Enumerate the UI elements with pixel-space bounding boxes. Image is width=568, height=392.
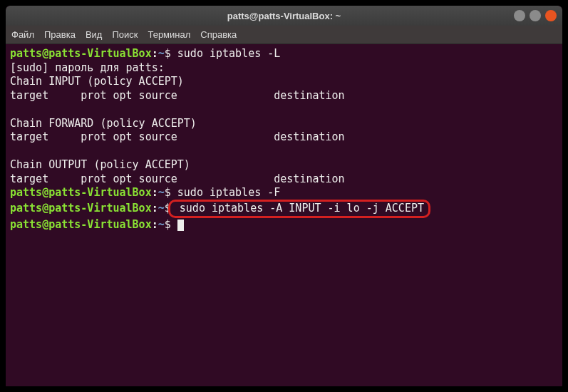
terminal-output: Chain OUTPUT (policy ACCEPT) <box>10 158 558 172</box>
command-text: sudo iptables -F <box>171 186 281 199</box>
maximize-button[interactable] <box>530 10 541 21</box>
prompt-path: ~ <box>158 47 165 60</box>
menubar: Файл Правка Вид Поиск Терминал Справка <box>6 26 562 44</box>
titlebar: patts@patts-VirtualBox: ~ <box>6 6 562 26</box>
prompt-userhost: patts@patts-VirtualBox <box>10 186 152 199</box>
prompt-path: ~ <box>158 186 165 199</box>
terminal-output: [sudo] пароль для patts: <box>10 61 558 76</box>
menu-help[interactable]: Справка <box>200 29 237 40</box>
menu-edit[interactable]: Правка <box>44 29 76 40</box>
prompt-path: ~ <box>158 202 165 215</box>
command-text: sudo iptables -L <box>171 47 281 60</box>
terminal-body[interactable]: patts@patts-VirtualBox:~$ sudo iptables … <box>6 44 562 386</box>
terminal-output <box>10 145 558 159</box>
menu-view[interactable]: Вид <box>86 29 103 40</box>
window-title: patts@patts-VirtualBox: ~ <box>227 11 341 21</box>
minimize-button[interactable] <box>514 10 525 21</box>
close-button[interactable] <box>545 10 557 21</box>
highlighted-command: sudo iptables -A INPUT -i lo -j ACCEPT <box>168 200 430 219</box>
prompt-userhost: patts@patts-VirtualBox <box>10 202 152 215</box>
terminal-output: Chain INPUT (policy ACCEPT) <box>10 75 558 89</box>
prompt-colon: : <box>152 202 158 215</box>
prompt-userhost: patts@patts-VirtualBox <box>10 218 152 231</box>
prompt-dollar: $ <box>165 186 171 199</box>
prompt-path: ~ <box>158 218 165 231</box>
command-text <box>171 218 177 231</box>
menu-terminal[interactable]: Терминал <box>148 29 190 40</box>
prompt-colon: : <box>152 218 158 231</box>
terminal-output <box>10 103 558 117</box>
prompt-colon: : <box>152 186 158 199</box>
menu-search[interactable]: Поиск <box>112 29 138 40</box>
terminal-window: patts@patts-VirtualBox: ~ Файл Правка Ви… <box>6 6 562 386</box>
prompt-colon: : <box>152 47 158 60</box>
terminal-line: patts@patts-VirtualBox:~$ sudo iptables … <box>10 186 558 200</box>
prompt-userhost: patts@patts-VirtualBox <box>10 47 152 60</box>
prompt-dollar: $ <box>165 218 171 231</box>
terminal-line: patts@patts-VirtualBox:~$ sudo iptables … <box>10 200 558 219</box>
terminal-output: target prot opt source destination <box>10 130 558 145</box>
cursor <box>177 220 184 231</box>
terminal-line: patts@patts-VirtualBox:~$ <box>10 218 558 232</box>
terminal-output: Chain FORWARD (policy ACCEPT) <box>10 117 558 131</box>
command-text: sudo iptables -A INPUT -i lo -j ACCEPT <box>173 202 424 215</box>
terminal-output: target prot opt source destination <box>10 89 558 103</box>
window-controls <box>514 10 557 21</box>
terminal-line: patts@patts-VirtualBox:~$ sudo iptables … <box>10 47 558 61</box>
menu-file[interactable]: Файл <box>11 29 34 40</box>
prompt-dollar: $ <box>165 47 171 60</box>
terminal-output: target prot opt source destination <box>10 172 558 187</box>
